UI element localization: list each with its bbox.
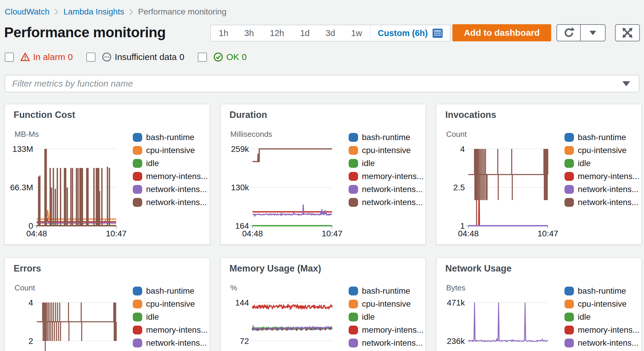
legend-swatch: [564, 313, 574, 321]
x-tick-label: 10:47: [538, 229, 558, 238]
legend-label: idle: [146, 312, 159, 322]
legend-item[interactable]: idle: [349, 159, 424, 168]
legend-swatch: [349, 287, 358, 295]
legend-item[interactable]: network-intens...: [349, 198, 424, 207]
ok-checkbox[interactable]: [198, 53, 207, 62]
legend-item[interactable]: cpu-intensive: [349, 146, 424, 155]
legend-swatch: [564, 146, 574, 155]
time-range-option-3d[interactable]: 3d: [318, 25, 343, 41]
y-tick-label: 4: [28, 298, 33, 307]
alarm-filter-ok: OK 0: [198, 52, 247, 62]
alarm-icon: [20, 52, 30, 62]
refresh-options-button[interactable]: [580, 24, 606, 41]
legend-label: cpu-intensive: [146, 299, 195, 309]
legend-item[interactable]: cpu-intensive: [349, 300, 424, 308]
legend-swatch: [564, 300, 574, 308]
legend-item[interactable]: cpu-intensive: [564, 146, 640, 155]
legend-swatch: [564, 185, 574, 194]
legend-label: network-intens...: [578, 185, 638, 194]
time-range-option-1d[interactable]: 1d: [292, 25, 318, 41]
legend-item[interactable]: bash-runtime: [564, 133, 640, 142]
fullscreen-icon: [621, 27, 634, 39]
legend-item[interactable]: cpu-intensive: [133, 300, 208, 308]
in-alarm-checkbox[interactable]: [5, 53, 14, 62]
legend-item[interactable]: memory-intens...: [349, 326, 424, 334]
y-tick-label: 2.5: [453, 183, 465, 192]
legend-item[interactable]: memory-intens...: [564, 326, 640, 334]
fullscreen-button[interactable]: [615, 24, 640, 41]
legend-item[interactable]: bash-runtime: [349, 287, 424, 295]
legend-item[interactable]: idle: [564, 313, 640, 321]
legend-item[interactable]: network-intens...: [564, 198, 640, 207]
legend-label: cpu-intensive: [578, 299, 627, 309]
legend-item[interactable]: network-intens...: [564, 185, 640, 194]
legend-item[interactable]: memory-intens...: [349, 172, 424, 181]
x-tick-label: 04:48: [242, 229, 263, 238]
legend-label: memory-intens...: [362, 172, 424, 181]
legend-item[interactable]: memory-intens...: [133, 326, 208, 334]
legend-label: idle: [578, 312, 591, 322]
legend-label: network-intens...: [578, 338, 638, 348]
legend-item[interactable]: idle: [133, 159, 208, 168]
legend-label: bash-runtime: [146, 286, 194, 296]
series-line: [253, 204, 332, 216]
custom-time-range-label: Custom (6h): [378, 28, 428, 38]
legend-label: bash-runtime: [146, 133, 194, 142]
time-range-option-12h[interactable]: 12h: [262, 25, 292, 41]
time-range-option-1h[interactable]: 1h: [211, 25, 236, 41]
legend-item[interactable]: bash-runtime: [133, 133, 208, 142]
chart-legend: bash-runtimecpu-intensiveidlememory-inte…: [349, 287, 424, 351]
insufficient-data-checkbox[interactable]: [86, 53, 96, 62]
alarm-filter-insufficient-data: Insufficient data 0: [86, 52, 184, 62]
legend-item[interactable]: cpu-intensive: [564, 300, 640, 308]
time-range-option-3h[interactable]: 3h: [236, 25, 262, 41]
legend-item[interactable]: network-intens...: [133, 339, 208, 347]
alarm-filter-row: In alarm 0 Insufficient data 0 OK: [5, 52, 247, 62]
legend-swatch: [133, 287, 142, 295]
legend-item[interactable]: idle: [133, 313, 208, 321]
legend-swatch: [564, 339, 574, 347]
legend-label: network-intens...: [146, 198, 207, 207]
chart-card-errors: ErrorsCount42bash-runtimecpu-intensiveid…: [4, 258, 210, 351]
legend-item[interactable]: idle: [564, 159, 640, 168]
series-line: [253, 305, 332, 309]
refresh-button[interactable]: [556, 24, 581, 41]
legend-item[interactable]: idle: [349, 313, 424, 321]
filter-input[interactable]: [5, 79, 622, 89]
legend-swatch: [133, 185, 142, 194]
legend-item[interactable]: memory-intens...: [133, 172, 208, 181]
breadcrumb-link-lambda-insights[interactable]: Lambda Insights: [63, 7, 124, 17]
series-line: [37, 303, 116, 351]
legend-item[interactable]: network-intens...: [133, 198, 208, 207]
legend-swatch: [349, 133, 358, 142]
legend-swatch: [133, 198, 142, 207]
legend-item[interactable]: network-intens...: [349, 339, 424, 347]
y-tick-label: 4: [460, 144, 465, 154]
custom-time-range-button[interactable]: Custom (6h): [370, 25, 450, 41]
legend-item[interactable]: cpu-intensive: [133, 146, 208, 155]
legend-swatch: [133, 172, 142, 181]
legend-label: cpu-intensive: [578, 146, 627, 155]
chart-legend: bash-runtimecpu-intensiveidlememory-inte…: [349, 133, 424, 207]
legend-item[interactable]: network-intens...: [564, 339, 640, 347]
legend-label: memory-intens...: [362, 325, 424, 335]
series-line: [479, 199, 479, 226]
in-alarm-label: In alarm: [33, 52, 65, 62]
legend-item[interactable]: network-intens...: [133, 185, 208, 194]
legend-item[interactable]: bash-runtime: [349, 133, 424, 142]
legend-item[interactable]: bash-runtime: [133, 287, 208, 295]
add-to-dashboard-button[interactable]: Add to dashboard: [452, 24, 551, 41]
time-range-selector: 1h 3h 12h 1d 3d 1w Custom (6h): [211, 25, 450, 41]
y-tick-label: 72: [240, 337, 249, 346]
legend-item[interactable]: bash-runtime: [564, 287, 640, 295]
y-tick-label: 2: [28, 337, 33, 346]
filter-dropdown-icon[interactable]: [622, 81, 630, 86]
legend-item[interactable]: network-intens...: [349, 185, 424, 194]
breadcrumb-link-cloudwatch[interactable]: CloudWatch: [5, 7, 49, 17]
legend-item[interactable]: memory-intens...: [564, 172, 640, 181]
legend-swatch: [133, 300, 142, 308]
time-range-option-1w[interactable]: 1w: [343, 25, 370, 41]
legend-swatch: [564, 287, 574, 295]
breadcrumb-chevron-icon: [54, 9, 58, 15]
y-tick-label: 130k: [231, 183, 249, 192]
